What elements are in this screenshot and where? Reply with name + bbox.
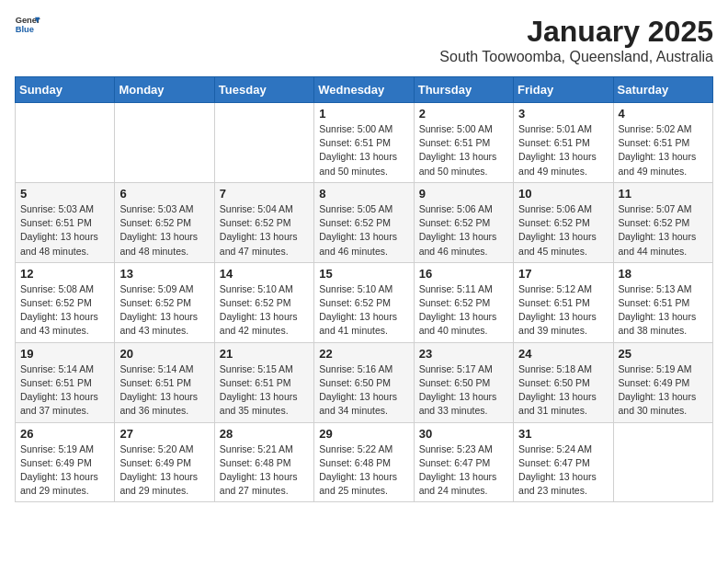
day-number: 8	[319, 187, 408, 201]
weekday-header-friday: Friday	[514, 77, 613, 103]
calendar-cell: 6Sunrise: 5:03 AMSunset: 6:52 PMDaylight…	[115, 182, 214, 262]
calendar-cell: 27Sunrise: 5:20 AMSunset: 6:49 PMDayligh…	[115, 422, 214, 502]
day-number: 1	[319, 107, 408, 121]
day-number: 9	[419, 187, 508, 201]
day-info: Sunrise: 5:11 AMSunset: 6:52 PMDaylight:…	[419, 282, 508, 339]
calendar-cell: 10Sunrise: 5:06 AMSunset: 6:52 PMDayligh…	[514, 182, 613, 262]
day-info: Sunrise: 5:03 AMSunset: 6:51 PMDaylight:…	[20, 202, 109, 259]
calendar-cell: 19Sunrise: 5:14 AMSunset: 6:51 PMDayligh…	[16, 342, 115, 422]
day-info: Sunrise: 5:09 AMSunset: 6:52 PMDaylight:…	[119, 282, 209, 339]
day-info: Sunrise: 5:24 AMSunset: 6:47 PMDaylight:…	[518, 442, 608, 499]
svg-text:Blue: Blue	[16, 25, 34, 33]
day-info: Sunrise: 5:08 AMSunset: 6:52 PMDaylight:…	[20, 282, 109, 339]
weekday-header-saturday: Saturday	[613, 77, 712, 103]
day-number: 23	[419, 347, 508, 361]
calendar-cell: 14Sunrise: 5:10 AMSunset: 6:52 PMDayligh…	[214, 262, 313, 342]
day-number: 25	[619, 347, 708, 361]
day-info: Sunrise: 5:07 AMSunset: 6:52 PMDaylight:…	[619, 202, 708, 259]
logo: General Blue	[15, 15, 40, 33]
calendar-cell: 13Sunrise: 5:09 AMSunset: 6:52 PMDayligh…	[115, 262, 214, 342]
day-number: 14	[220, 267, 309, 281]
day-info: Sunrise: 5:01 AMSunset: 6:51 PMDaylight:…	[518, 122, 608, 178]
day-number: 6	[119, 187, 209, 201]
calendar-cell	[214, 103, 313, 183]
calendar-week-1: 1Sunrise: 5:00 AMSunset: 6:51 PMDaylight…	[16, 103, 713, 183]
day-info: Sunrise: 5:19 AMSunset: 6:49 PMDaylight:…	[20, 442, 109, 499]
day-number: 11	[619, 187, 708, 201]
calendar-week-3: 12Sunrise: 5:08 AMSunset: 6:52 PMDayligh…	[16, 262, 713, 342]
day-number: 4	[619, 107, 708, 121]
day-info: Sunrise: 5:14 AMSunset: 6:51 PMDaylight:…	[20, 362, 109, 419]
day-info: Sunrise: 5:22 AMSunset: 6:48 PMDaylight:…	[319, 442, 408, 499]
calendar-cell: 22Sunrise: 5:16 AMSunset: 6:50 PMDayligh…	[314, 342, 414, 422]
day-info: Sunrise: 5:02 AMSunset: 6:51 PMDaylight:…	[619, 122, 708, 178]
day-number: 5	[20, 187, 109, 201]
calendar-week-4: 19Sunrise: 5:14 AMSunset: 6:51 PMDayligh…	[16, 342, 713, 422]
calendar-cell: 1Sunrise: 5:00 AMSunset: 6:51 PMDaylight…	[314, 103, 414, 183]
day-number: 19	[20, 347, 109, 361]
day-number: 27	[119, 427, 209, 441]
calendar-cell: 3Sunrise: 5:01 AMSunset: 6:51 PMDaylight…	[514, 103, 613, 183]
calendar-cell	[115, 103, 214, 183]
day-info: Sunrise: 5:15 AMSunset: 6:51 PMDaylight:…	[220, 362, 309, 419]
calendar-cell: 11Sunrise: 5:07 AMSunset: 6:52 PMDayligh…	[613, 182, 712, 262]
day-info: Sunrise: 5:10 AMSunset: 6:52 PMDaylight:…	[220, 282, 309, 339]
day-number: 3	[518, 107, 608, 121]
weekday-header-wednesday: Wednesday	[314, 77, 414, 103]
day-number: 22	[319, 347, 408, 361]
day-number: 31	[518, 427, 608, 441]
day-number: 17	[518, 267, 608, 281]
calendar-cell: 7Sunrise: 5:04 AMSunset: 6:52 PMDaylight…	[214, 182, 313, 262]
logo-icon: General Blue	[15, 15, 40, 33]
calendar-cell	[16, 103, 115, 183]
weekday-header-tuesday: Tuesday	[214, 77, 313, 103]
calendar-cell: 16Sunrise: 5:11 AMSunset: 6:52 PMDayligh…	[414, 262, 513, 342]
day-info: Sunrise: 5:17 AMSunset: 6:50 PMDaylight:…	[419, 362, 508, 419]
calendar-cell: 23Sunrise: 5:17 AMSunset: 6:50 PMDayligh…	[414, 342, 513, 422]
day-info: Sunrise: 5:14 AMSunset: 6:51 PMDaylight:…	[119, 362, 209, 419]
calendar-cell: 20Sunrise: 5:14 AMSunset: 6:51 PMDayligh…	[115, 342, 214, 422]
day-info: Sunrise: 5:18 AMSunset: 6:50 PMDaylight:…	[518, 362, 608, 419]
day-info: Sunrise: 5:13 AMSunset: 6:51 PMDaylight:…	[619, 282, 708, 339]
day-info: Sunrise: 5:19 AMSunset: 6:49 PMDaylight:…	[619, 362, 708, 419]
day-number: 12	[20, 267, 109, 281]
calendar-cell: 9Sunrise: 5:06 AMSunset: 6:52 PMDaylight…	[414, 182, 513, 262]
day-info: Sunrise: 5:12 AMSunset: 6:51 PMDaylight:…	[518, 282, 608, 339]
weekday-header-thursday: Thursday	[414, 77, 513, 103]
day-info: Sunrise: 5:04 AMSunset: 6:52 PMDaylight:…	[220, 202, 309, 259]
day-number: 2	[419, 107, 508, 121]
calendar-cell	[613, 422, 712, 502]
location-title: South Toowoomba, Queensland, Australia	[439, 49, 713, 65]
day-info: Sunrise: 5:06 AMSunset: 6:52 PMDaylight:…	[419, 202, 508, 259]
day-info: Sunrise: 5:00 AMSunset: 6:51 PMDaylight:…	[419, 122, 508, 178]
calendar-cell: 26Sunrise: 5:19 AMSunset: 6:49 PMDayligh…	[16, 422, 115, 502]
calendar-cell: 29Sunrise: 5:22 AMSunset: 6:48 PMDayligh…	[314, 422, 414, 502]
day-number: 29	[319, 427, 408, 441]
calendar-cell: 12Sunrise: 5:08 AMSunset: 6:52 PMDayligh…	[16, 262, 115, 342]
day-info: Sunrise: 5:23 AMSunset: 6:47 PMDaylight:…	[419, 442, 508, 499]
page-header: General Blue January 2025 South Toowoomb…	[15, 15, 713, 65]
day-number: 16	[419, 267, 508, 281]
weekday-header-row: SundayMondayTuesdayWednesdayThursdayFrid…	[16, 77, 713, 103]
day-info: Sunrise: 5:20 AMSunset: 6:49 PMDaylight:…	[119, 442, 209, 499]
calendar-cell: 24Sunrise: 5:18 AMSunset: 6:50 PMDayligh…	[514, 342, 613, 422]
month-title: January 2025	[439, 15, 713, 49]
day-info: Sunrise: 5:06 AMSunset: 6:52 PMDaylight:…	[518, 202, 608, 259]
day-info: Sunrise: 5:00 AMSunset: 6:51 PMDaylight:…	[319, 122, 408, 178]
day-number: 7	[220, 187, 309, 201]
day-info: Sunrise: 5:03 AMSunset: 6:52 PMDaylight:…	[119, 202, 209, 259]
day-number: 18	[619, 267, 708, 281]
day-info: Sunrise: 5:05 AMSunset: 6:52 PMDaylight:…	[319, 202, 408, 259]
calendar-cell: 18Sunrise: 5:13 AMSunset: 6:51 PMDayligh…	[613, 262, 712, 342]
day-number: 30	[419, 427, 508, 441]
day-info: Sunrise: 5:10 AMSunset: 6:52 PMDaylight:…	[319, 282, 408, 339]
day-number: 21	[220, 347, 309, 361]
day-number: 15	[319, 267, 408, 281]
calendar-week-2: 5Sunrise: 5:03 AMSunset: 6:51 PMDaylight…	[16, 182, 713, 262]
calendar-week-5: 26Sunrise: 5:19 AMSunset: 6:49 PMDayligh…	[16, 422, 713, 502]
day-number: 26	[20, 427, 109, 441]
title-block: January 2025 South Toowoomba, Queensland…	[439, 15, 713, 65]
weekday-header-monday: Monday	[115, 77, 214, 103]
day-number: 20	[119, 347, 209, 361]
calendar-cell: 30Sunrise: 5:23 AMSunset: 6:47 PMDayligh…	[414, 422, 513, 502]
